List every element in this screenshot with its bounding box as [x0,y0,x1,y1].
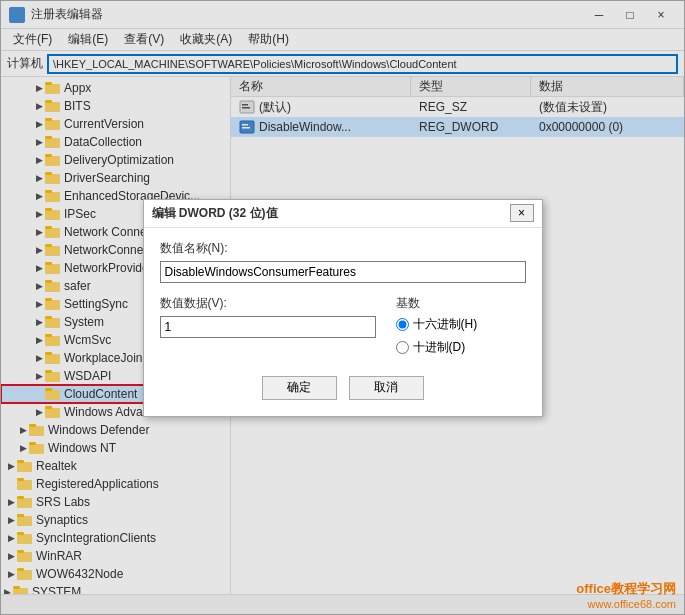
radio-hex-input[interactable] [396,318,409,331]
radio-dec-input[interactable] [396,341,409,354]
modal-data-section: 数值数据(V): [160,295,376,338]
modal-ok-button[interactable]: 确定 [262,376,337,400]
edit-dword-dialog: 编辑 DWORD (32 位)值 × 数值名称(N): 数值数据(V): 基数 [143,199,543,417]
modal-base-section: 基数 十六进制(H) 十进制(D) [396,295,526,356]
modal-title-bar: 编辑 DWORD (32 位)值 × [144,200,542,228]
registry-editor-window: 注册表编辑器 ─ □ × 文件(F) 编辑(E) 查看(V) 收藏夹(A) 帮助… [0,0,685,615]
modal-value-input[interactable] [160,316,376,338]
radio-hex[interactable]: 十六进制(H) [396,316,526,333]
modal-name-label: 数值名称(N): [160,240,526,257]
radio-dec[interactable]: 十进制(D) [396,339,526,356]
modal-radio-group: 十六进制(H) 十进制(D) [396,316,526,356]
modal-cancel-button[interactable]: 取消 [349,376,424,400]
modal-data-label: 数值数据(V): [160,295,376,312]
modal-close-button[interactable]: × [510,204,534,222]
modal-name-input[interactable] [160,261,526,283]
modal-body: 数值名称(N): 数值数据(V): 基数 十六进制(H) [144,228,542,416]
modal-overlay: 编辑 DWORD (32 位)值 × 数值名称(N): 数值数据(V): 基数 [1,1,684,614]
radio-hex-label: 十六进制(H) [413,316,478,333]
modal-buttons: 确定 取消 [160,368,526,404]
radio-dec-label: 十进制(D) [413,339,466,356]
modal-data-row: 数值数据(V): 基数 十六进制(H) 十进制(D) [160,295,526,356]
modal-title: 编辑 DWORD (32 位)值 [152,205,510,222]
modal-base-label: 基数 [396,295,526,312]
